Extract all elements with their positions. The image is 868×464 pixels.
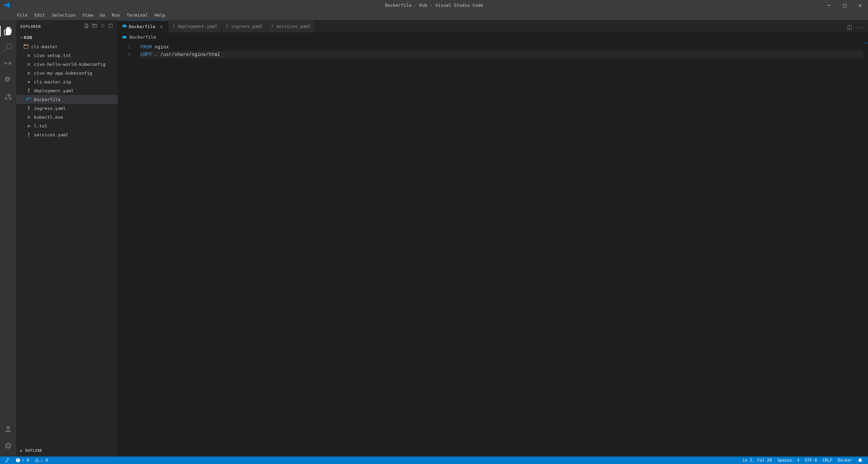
modified-indicator: ! bbox=[271, 24, 274, 28]
menu-selection[interactable]: Selection bbox=[48, 11, 79, 19]
sidebar-item-civo-hello[interactable]: ≡ civo-hello-world-kubeconfig bbox=[16, 60, 118, 69]
menu-view[interactable]: View bbox=[79, 11, 96, 19]
notifications[interactable] bbox=[855, 457, 865, 464]
encoding[interactable]: UTF-8 bbox=[802, 457, 820, 464]
copy-value: . /usr/share/nginx/html bbox=[152, 51, 220, 58]
yaml-file-icon: ! bbox=[26, 132, 32, 138]
sidebar-item-cli-master[interactable]: cli-master bbox=[16, 42, 118, 51]
cursor-position[interactable]: Ln 2, Col 29 bbox=[740, 457, 775, 464]
activity-explorer[interactable] bbox=[0, 23, 16, 39]
tab-label: Dockerfile bbox=[129, 24, 155, 29]
error-count[interactable]: ⚡ 0 bbox=[13, 457, 32, 464]
from-keyword: FROM bbox=[140, 43, 152, 51]
activity-accounts[interactable] bbox=[0, 421, 16, 438]
explorer-title: EXPLORER bbox=[20, 24, 41, 29]
menu-file[interactable]: File bbox=[14, 11, 31, 19]
copy-keyword: COPY bbox=[140, 51, 152, 58]
new-folder-icon[interactable] bbox=[92, 23, 97, 30]
text-file-icon: ≡ bbox=[26, 52, 32, 58]
sidebar-item-dockerfile[interactable]: Dockerfile bbox=[16, 95, 118, 104]
window-title: Dockerfile - Kub - Visual Studio Code bbox=[385, 3, 483, 8]
sidebar-item-label: civo-my-app-kubeconfig bbox=[34, 71, 92, 76]
from-value: nginx bbox=[152, 43, 169, 51]
menu-go[interactable]: Go bbox=[96, 11, 108, 19]
sidebar-item-civo-setup[interactable]: ≡ civo setup.txt bbox=[16, 51, 118, 60]
sidebar-actions bbox=[84, 23, 114, 30]
activity-bar bbox=[0, 20, 16, 457]
editor-content[interactable]: 1 2 FROM nginx COPY . /usr/share/nginx/h… bbox=[118, 41, 868, 457]
tab-label: ingress.yaml bbox=[231, 24, 263, 29]
sidebar-item-label: Dockerfile bbox=[34, 97, 60, 102]
main-layout: EXPLORER bbox=[0, 20, 868, 457]
language-mode[interactable]: Docker bbox=[835, 457, 855, 464]
sidebar-item-civo-myapp[interactable]: ≡ civo-my-app-kubeconfig bbox=[16, 69, 118, 77]
activity-source-control[interactable] bbox=[0, 56, 16, 72]
sidebar-item-label: ingress.yaml bbox=[34, 106, 66, 111]
new-file-icon[interactable] bbox=[84, 23, 89, 30]
warning-count[interactable]: ⚠ 0 bbox=[32, 457, 51, 464]
menu-run[interactable]: Run bbox=[108, 11, 123, 19]
line-ending-label: CRLF bbox=[823, 458, 832, 463]
sidebar: EXPLORER bbox=[16, 20, 118, 457]
text-file-icon: ≡ bbox=[26, 114, 32, 120]
sidebar-item-ingress[interactable]: ! ingress.yaml bbox=[16, 104, 118, 113]
titlebar: Dockerfile - Kub - Visual Studio Code ─ … bbox=[0, 0, 868, 10]
split-editor-icon[interactable] bbox=[845, 23, 854, 32]
outline-section[interactable]: ▶ OUTLINE bbox=[16, 444, 118, 457]
more-actions-icon[interactable]: ··· bbox=[856, 23, 865, 32]
kub-folder[interactable]: ▾ KUB bbox=[16, 33, 118, 42]
maximize-button[interactable]: □ bbox=[837, 0, 852, 10]
sidebar-item-label: services.yaml bbox=[34, 132, 68, 137]
vscode-logo bbox=[4, 2, 10, 8]
sidebar-item-label: civo setup.txt bbox=[34, 53, 71, 58]
text-file-icon: ≡ bbox=[26, 61, 32, 67]
activity-search[interactable] bbox=[0, 39, 16, 56]
tab-dockerfile[interactable]: Dockerfile ✕ bbox=[118, 20, 169, 32]
tab-deployment[interactable]: ! deployment.yaml bbox=[169, 20, 222, 32]
sidebar-item-services[interactable]: ! services.yaml bbox=[16, 130, 118, 139]
docker-tab-icon bbox=[122, 24, 127, 30]
menu-terminal[interactable]: Terminal bbox=[123, 11, 152, 19]
tab-close-dockerfile[interactable]: ✕ bbox=[159, 24, 164, 29]
line-number-2: 2 bbox=[118, 51, 131, 58]
activity-settings[interactable] bbox=[0, 438, 16, 454]
tab-bar: Dockerfile ✕ ! deployment.yaml ! ingress… bbox=[118, 20, 868, 33]
line-ending[interactable]: CRLF bbox=[820, 457, 835, 464]
encoding-label: UTF-8 bbox=[805, 458, 817, 463]
indentation[interactable]: Spaces: 4 bbox=[775, 457, 802, 464]
text-file-icon: ≡ bbox=[26, 70, 32, 76]
git-branch[interactable] bbox=[3, 457, 13, 464]
collapse-all-icon[interactable] bbox=[108, 23, 114, 30]
activity-extensions[interactable] bbox=[0, 88, 16, 104]
activity-run-debug[interactable] bbox=[0, 72, 16, 88]
sidebar-item-deployment[interactable]: ! deployment.yaml bbox=[16, 86, 118, 95]
docker-breadcrumb-icon bbox=[122, 34, 128, 40]
breadcrumb-filename: Dockerfile bbox=[130, 35, 156, 40]
menu-help[interactable]: Help bbox=[151, 11, 169, 19]
docker-file-icon bbox=[26, 96, 32, 102]
line-numbers: 1 2 bbox=[118, 41, 135, 457]
language-mode-label: Docker bbox=[838, 458, 852, 463]
outline-chevron: ▶ bbox=[20, 449, 23, 452]
tab-ingress[interactable]: ! ingress.yaml bbox=[222, 20, 267, 32]
indentation-label: Spaces: 4 bbox=[777, 458, 800, 463]
breadcrumb: Dockerfile bbox=[118, 33, 868, 41]
error-count-label: ⚡ 0 bbox=[22, 458, 29, 463]
tab-services[interactable]: ! services.yaml bbox=[267, 20, 315, 32]
tab-label: deployment.yaml bbox=[178, 24, 217, 29]
minimize-button[interactable]: ─ bbox=[821, 0, 837, 10]
modified-indicator: ! bbox=[226, 24, 228, 28]
scrollbar[interactable] bbox=[863, 41, 868, 457]
sidebar-item-label: l.txt bbox=[34, 123, 47, 129]
sidebar-item-kubectl[interactable]: ≡ kubectl.exe bbox=[16, 113, 118, 121]
activity-bottom bbox=[0, 421, 16, 457]
window-controls: ─ □ ✕ bbox=[821, 0, 868, 10]
code-editor[interactable]: FROM nginx COPY . /usr/share/nginx/html bbox=[135, 41, 863, 457]
status-right: Ln 2, Col 29 Spaces: 4 UTF-8 CRLF Docker bbox=[740, 457, 865, 464]
refresh-icon[interactable] bbox=[100, 23, 105, 30]
text-file-icon: ≡ bbox=[26, 123, 32, 129]
menu-edit[interactable]: Edit bbox=[31, 11, 48, 19]
sidebar-item-ltxt[interactable]: ≡ l.txt bbox=[16, 121, 118, 130]
sidebar-item-cli-master-zip[interactable]: ▪ cli-master.zip bbox=[16, 77, 118, 86]
close-button[interactable]: ✕ bbox=[852, 0, 868, 10]
